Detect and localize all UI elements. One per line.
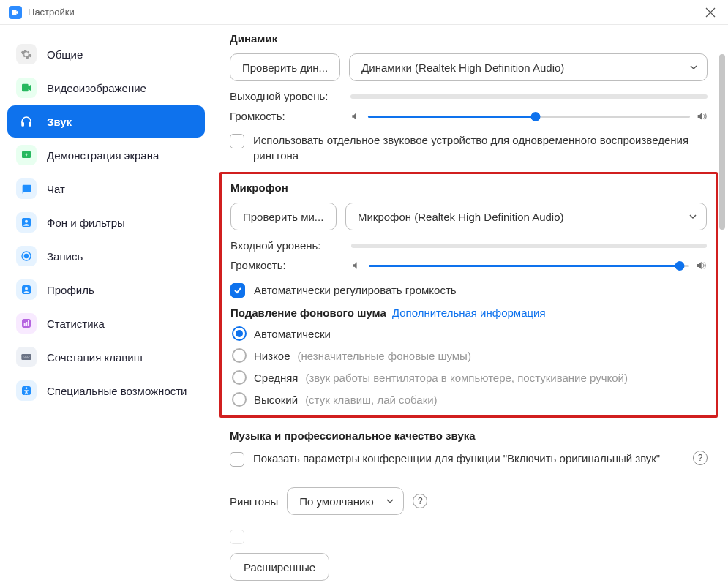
microphone-highlight-region: Микрофон Проверить ми... Микрофон (Realt… <box>219 172 718 418</box>
noise-medium-hint: (звук работы вентилятора в компьютере, п… <box>305 372 627 384</box>
titlebar: Настройки <box>0 0 728 25</box>
svg-point-18 <box>26 387 28 389</box>
noise-medium-label: Средняя <box>254 372 298 384</box>
noise-auto-radio[interactable] <box>232 326 247 341</box>
volume-low-icon <box>350 111 362 121</box>
record-icon <box>16 246 37 266</box>
microphone-device-value: Микрофон (Realtek High Definition Audio) <box>358 211 564 223</box>
speaker-device-value: Динамики (Realtek High Definition Audio) <box>361 61 564 74</box>
share-screen-icon <box>16 145 37 165</box>
svg-rect-15 <box>29 356 29 356</box>
sidebar-item-general[interactable]: Общие <box>7 38 205 70</box>
headphones-icon <box>16 111 37 132</box>
svg-rect-16 <box>24 358 29 358</box>
speaker-volume-label: Громкость: <box>230 110 350 122</box>
sidebar-item-statistics[interactable]: Статистика <box>7 307 205 339</box>
noise-low-radio[interactable] <box>232 348 247 363</box>
statistics-icon <box>16 313 37 334</box>
microphone-device-select[interactable]: Микрофон (Realtek High Definition Audio) <box>345 203 707 230</box>
ringtone-value: По умолчанию <box>299 495 373 508</box>
advanced-button[interactable]: Расширенные <box>230 553 329 581</box>
noise-high-hint: (стук клавиш, лай собаки) <box>305 394 437 406</box>
auto-adjust-volume-label: Автоматически регулировать громкость <box>254 282 457 298</box>
test-microphone-button[interactable]: Проверить ми... <box>230 203 337 230</box>
input-level-meter <box>351 244 707 248</box>
video-icon <box>16 78 37 98</box>
help-icon[interactable]: ? <box>413 494 427 508</box>
separate-ringtone-device-label: Использовать отдельное звуковое устройст… <box>253 132 708 163</box>
sidebar-item-share[interactable]: Демонстрация экрана <box>7 139 205 171</box>
microphone-section-title: Микрофон <box>230 181 707 194</box>
sidebar-label: Звук <box>47 116 72 128</box>
volume-high-icon <box>695 260 707 271</box>
music-section-title: Музыка и профессиональное качество звука <box>230 429 708 442</box>
separate-ringtone-device-checkbox[interactable] <box>230 134 244 148</box>
chat-icon <box>16 178 37 199</box>
content-pane: Динамик Проверить дин... Динамики (Realt… <box>212 25 728 583</box>
sidebar-item-shortcuts[interactable]: Сочетания клавиш <box>7 341 205 373</box>
sidebar-item-profile[interactable]: Профиль <box>7 274 205 306</box>
ringtone-select[interactable]: По умолчанию <box>287 487 404 515</box>
sidebar-label: Запись <box>47 250 83 263</box>
input-level-label: Входной уровень: <box>230 239 351 252</box>
ringtone-label: Рингтоны <box>230 495 278 508</box>
chevron-down-icon <box>688 212 697 221</box>
noise-suppression-title: Подавление фонового шума <box>230 306 386 319</box>
svg-rect-14 <box>27 356 28 356</box>
test-speaker-button[interactable]: Проверить дин... <box>230 53 340 81</box>
scrollbar-thumb[interactable] <box>719 54 725 230</box>
svg-rect-12 <box>23 356 23 356</box>
svg-point-2 <box>25 220 28 223</box>
sidebar-item-audio[interactable]: Звук <box>7 105 205 138</box>
sidebar-item-background[interactable]: Фон и фильтры <box>7 206 205 238</box>
output-level-meter <box>350 94 708 99</box>
output-level-label: Выходной уровень: <box>230 90 350 102</box>
svg-rect-13 <box>25 356 26 356</box>
partial-checkbox[interactable] <box>230 530 244 544</box>
sidebar-label: Фон и фильтры <box>47 217 125 229</box>
sidebar-label: Статистика <box>47 317 105 330</box>
svg-rect-8 <box>24 323 26 326</box>
chevron-down-icon <box>386 497 394 505</box>
noise-suppression-more-info-link[interactable]: Дополнительная информация <box>392 306 546 319</box>
sidebar-label: Видеоизображение <box>47 82 146 94</box>
sidebar: Общие Видеоизображение Звук Демонстрация… <box>0 25 212 583</box>
sidebar-label: Профиль <box>47 284 94 296</box>
zoom-app-icon <box>9 6 22 19</box>
sidebar-item-accessibility[interactable]: Специальные возможности <box>7 375 205 407</box>
original-sound-checkbox[interactable] <box>230 452 244 467</box>
noise-high-label: Высокий <box>254 394 298 406</box>
svg-rect-11 <box>21 354 31 360</box>
noise-high-radio[interactable] <box>232 392 247 407</box>
sidebar-item-chat[interactable]: Чат <box>7 173 205 205</box>
window-title: Настройки <box>28 7 75 18</box>
svg-rect-10 <box>28 320 29 326</box>
speaker-volume-slider[interactable] <box>368 110 690 122</box>
volume-low-icon <box>351 260 363 271</box>
sidebar-item-recording[interactable]: Запись <box>7 240 205 272</box>
chevron-down-icon <box>689 63 698 72</box>
sidebar-label: Общие <box>47 48 83 61</box>
svg-point-6 <box>25 287 28 290</box>
sidebar-label: Сочетания клавиш <box>47 351 143 364</box>
original-sound-label: Показать параметры конференции для функц… <box>253 451 684 466</box>
noise-low-label: Низкое <box>254 350 290 362</box>
keyboard-icon <box>16 347 37 367</box>
svg-rect-9 <box>26 322 27 326</box>
close-button[interactable] <box>702 4 719 21</box>
profile-icon <box>16 279 37 300</box>
sidebar-label: Специальные возможности <box>47 385 187 397</box>
sidebar-item-video[interactable]: Видеоизображение <box>7 72 205 104</box>
volume-high-icon <box>696 110 708 122</box>
accessibility-icon <box>16 380 37 401</box>
noise-medium-radio[interactable] <box>232 370 247 385</box>
noise-auto-label: Автоматически <box>254 328 331 340</box>
background-icon <box>16 212 37 233</box>
svg-point-4 <box>24 254 28 257</box>
noise-low-hint: (незначительные фоновые шумы) <box>298 350 471 362</box>
microphone-volume-label: Громкость: <box>230 259 351 271</box>
auto-adjust-volume-checkbox[interactable] <box>230 283 245 298</box>
microphone-volume-slider[interactable] <box>369 260 689 271</box>
speaker-device-select[interactable]: Динамики (Realtek High Definition Audio) <box>349 53 708 81</box>
help-icon[interactable]: ? <box>693 451 708 465</box>
